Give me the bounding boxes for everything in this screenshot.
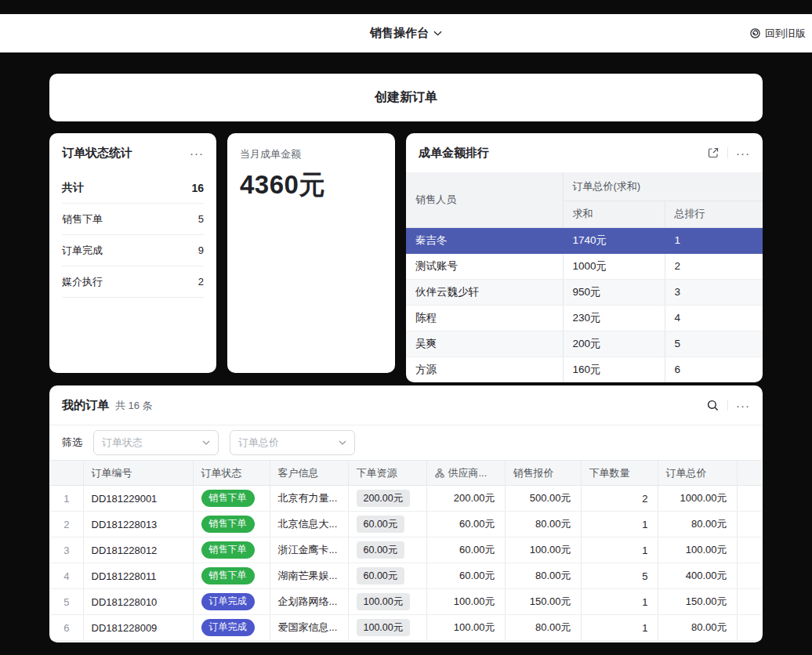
order-row[interactable]: 5 DD181228010 订单完成 企划路网络... 100.00元 100.…: [50, 589, 762, 615]
status-row[interactable]: 订单完成 9: [62, 235, 204, 266]
ranking-row[interactable]: 陈程 230元 4: [406, 305, 763, 331]
person-name: 秦吉冬: [406, 227, 563, 253]
order-id: DD181228010: [83, 589, 193, 615]
page-title: 销售操作台: [370, 26, 429, 41]
stub-cell: [737, 615, 762, 641]
export-icon[interactable]: [707, 147, 720, 159]
status-value: 2: [198, 276, 204, 288]
order-id: DD181229001: [83, 486, 193, 512]
order-total: 1000.00元: [658, 486, 737, 512]
order-id: DD181228012: [83, 537, 193, 563]
status-badge: 销售下单: [201, 516, 255, 533]
person-name: 测试账号: [406, 253, 563, 279]
status-label: 共计: [62, 181, 84, 195]
order-id: DD181228013: [83, 512, 193, 537]
order-row[interactable]: 2 DD181228013 销售下单 北京信息大... 60.00元 60.00…: [50, 512, 762, 537]
search-icon[interactable]: [706, 399, 720, 412]
order-row[interactable]: 1 DD181229001 销售下单 北京有力量... 200.00元 200.…: [50, 486, 762, 512]
my-orders-header: 我的订单 共 16 条 ···: [49, 385, 763, 425]
order-status-cell: 销售下单: [193, 512, 270, 537]
status-value: 5: [198, 213, 204, 225]
customer-info: 爱国家信息...: [270, 615, 348, 641]
monthly-amount-label: 当月成单金额: [240, 147, 382, 161]
col-header-customer[interactable]: 客户信息: [270, 461, 348, 486]
order-status-list: 共计 16 销售下单 5 订单完成 9 媒介执行 2: [49, 172, 216, 298]
customer-info: 北京信息大...: [270, 512, 348, 537]
status-badge: 销售下单: [201, 541, 255, 559]
status-row-total[interactable]: 共计 16: [62, 172, 204, 204]
col-header-total[interactable]: 订单总价: [658, 461, 737, 486]
col-header-quote[interactable]: 销售报价: [505, 461, 581, 486]
resource-cell: 100.00元: [348, 589, 426, 615]
order-status-cell: 订单完成: [193, 615, 270, 641]
row-number: 4: [50, 563, 83, 589]
order-qty: 5: [581, 563, 658, 589]
status-label: 媒介执行: [62, 275, 103, 289]
person-sum: 200元: [563, 331, 665, 356]
sales-quote: 150.00元: [505, 589, 581, 615]
order-total: 150.00元: [658, 589, 737, 615]
col-header-resource[interactable]: 下单资源: [348, 461, 426, 486]
back-to-old-version-button[interactable]: 回到旧版: [749, 14, 806, 52]
stub-cell: [737, 512, 762, 537]
my-orders-card: 我的订单 共 16 条 ··· 筛选 订单状态 订单总价: [49, 385, 763, 642]
col-header-qty[interactable]: 下单数量: [581, 461, 658, 486]
ranking-row[interactable]: 测试账号 1000元 2: [406, 253, 763, 279]
col-header-rank[interactable]: 总排行: [665, 201, 763, 227]
ranking-row[interactable]: 吴爽 200元 5: [406, 331, 763, 356]
person-sum: 230元: [563, 305, 665, 331]
resource-badge: 100.00元: [357, 593, 411, 610]
ranking-row[interactable]: 秦吉冬 1740元 1: [406, 227, 763, 253]
sales-quote: 100.00元: [505, 537, 581, 563]
col-header-order-status[interactable]: 订单状态: [193, 461, 270, 486]
order-total: 80.00元: [658, 512, 737, 537]
more-menu-icon[interactable]: ···: [736, 400, 750, 411]
order-qty: 2: [581, 486, 658, 512]
filter-order-status-select[interactable]: 订单状态: [93, 430, 219, 455]
order-qty: 1: [581, 537, 658, 563]
filter-label: 筛选: [62, 436, 82, 450]
col-header-person[interactable]: 销售人员: [406, 172, 563, 227]
customer-info: 湖南芒果娱...: [270, 563, 348, 589]
more-menu-icon[interactable]: ···: [190, 147, 204, 159]
workspace-switcher[interactable]: 销售操作台: [0, 14, 812, 52]
row-number: 6: [50, 615, 83, 641]
order-status-title: 订单状态统计: [62, 146, 132, 161]
resource-cell: 60.00元: [348, 537, 426, 563]
ranking-row[interactable]: 伙伴云魏少轩 950元 3: [406, 279, 763, 305]
status-badge: 销售下单: [201, 490, 255, 507]
filter-placeholder: 订单状态: [102, 436, 143, 450]
monthly-amount-card: 当月成单金额 4360元: [227, 133, 395, 373]
supplier-relation-icon: [435, 469, 444, 478]
status-row[interactable]: 媒介执行 2: [62, 266, 204, 298]
filter-placeholder: 订单总价: [238, 436, 279, 450]
more-menu-icon[interactable]: ···: [736, 147, 750, 159]
supplier-price: 100.00元: [426, 615, 505, 641]
supplier-price: 60.00元: [426, 512, 505, 537]
person-rank: 6: [665, 356, 763, 382]
back-label: 回到旧版: [765, 27, 806, 41]
stub-cell: [737, 563, 762, 589]
col-header-order-id[interactable]: 订单编号: [83, 461, 193, 486]
sales-quote: 80.00元: [505, 512, 581, 537]
stub-cell: [737, 486, 762, 512]
col-header-supplier[interactable]: 供应商...: [426, 461, 505, 486]
order-row[interactable]: 6 DD181228009 订单完成 爱国家信息... 100.00元 100.…: [50, 615, 762, 641]
create-order-button[interactable]: 创建新订单: [49, 74, 763, 121]
status-row[interactable]: 销售下单 5: [62, 204, 204, 235]
col-header-sum[interactable]: 求和: [563, 201, 665, 227]
status-badge: 订单完成: [201, 619, 255, 636]
order-row[interactable]: 3 DD181228012 销售下单 浙江金鹰卡... 60.00元 60.00…: [50, 537, 762, 563]
order-qty: 1: [581, 615, 658, 641]
ranking-row[interactable]: 方源 160元 6: [406, 356, 763, 382]
person-rank: 3: [665, 279, 763, 305]
resource-cell: 100.00元: [348, 615, 426, 641]
ranking-title: 成单金额排行: [419, 146, 489, 161]
order-row[interactable]: 4 DD181228011 销售下单 湖南芒果娱... 60.00元 60.00…: [50, 563, 762, 589]
col-header-group[interactable]: 订单总价(求和): [563, 172, 763, 201]
person-sum: 1000元: [563, 253, 665, 279]
restore-icon: [749, 27, 761, 39]
filter-order-total-select[interactable]: 订单总价: [230, 430, 355, 455]
orders-count: 共 16 条: [115, 399, 153, 413]
stub-cell: [737, 537, 762, 563]
